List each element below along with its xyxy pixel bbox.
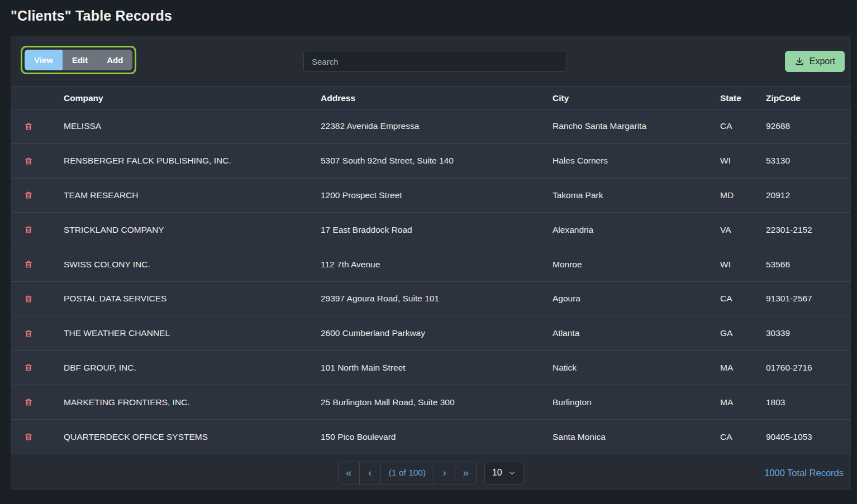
prev-page-button[interactable]: ‹ [359, 462, 381, 484]
trash-icon [24, 329, 33, 338]
cell-zipcode: 90405-1053 [766, 432, 851, 442]
mode-button-view[interactable]: View [25, 50, 63, 70]
cell-zipcode: 1803 [766, 397, 851, 407]
cell-zipcode: 22301-2152 [766, 225, 851, 235]
table-row: MARKETING FRONTIERS, INC. 25 Burlington … [11, 385, 851, 420]
table-row: QUARTERDECK OFFICE SYSTEMS 150 Pico Boul… [11, 420, 851, 454]
cell-company: MELISSA [64, 121, 321, 131]
cell-address: 22382 Avenida Empressa [321, 121, 553, 131]
mode-toggle-highlight: View Edit Add [21, 46, 136, 74]
delete-row-button[interactable] [24, 190, 33, 200]
delete-row-button[interactable] [24, 225, 33, 234]
delete-row-button[interactable] [24, 432, 33, 441]
cell-company: TEAM RESEARCH [64, 190, 321, 200]
cell-company: QUARTERDECK OFFICE SYSTEMS [64, 432, 321, 442]
delete-row-button[interactable] [24, 397, 33, 407]
current-page-indicator: (1 of 100) [380, 462, 434, 484]
cell-state: MA [720, 363, 766, 373]
table-row: DBF GROUP, INC. 101 North Main Street Na… [11, 351, 851, 386]
table-header-address: Address [321, 93, 553, 103]
mode-button-edit[interactable]: Edit [63, 50, 97, 70]
table-row: TEAM RESEARCH 1200 Prospect Street Takom… [11, 179, 851, 213]
cell-city: Rancho Santa Margarita [553, 121, 720, 131]
delete-row-button[interactable] [24, 363, 33, 372]
mode-button-add[interactable]: Add [97, 50, 132, 70]
cell-zipcode: 92688 [766, 121, 851, 131]
trash-icon [24, 156, 33, 166]
cell-state: CA [720, 121, 766, 131]
cell-city: Agoura [553, 294, 720, 304]
delete-row-button[interactable] [24, 260, 33, 269]
cell-address: 25 Burlington Mall Road, Suite 300 [321, 397, 553, 407]
cell-zipcode: 91301-2567 [766, 294, 851, 304]
table-row: STRICKLAND COMPANY 17 East Braddock Road… [11, 213, 851, 247]
cell-city: Burlington [553, 397, 720, 407]
cell-city: Natick [553, 363, 720, 373]
total-records-label: 1000 Total Records [764, 468, 844, 478]
next-page-button[interactable]: › [434, 462, 455, 484]
table-row: SWISS COLONY INC. 112 7th Avenue Monroe … [11, 247, 851, 282]
cell-zipcode: 53566 [766, 260, 851, 270]
trash-icon [24, 432, 33, 441]
cell-company: POSTAL DATA SERVICES [64, 294, 321, 304]
paginator: « ‹ (1 of 100) › » 10 [338, 462, 523, 484]
cell-state: MD [720, 190, 766, 200]
cell-company: RENSBERGER FALCK PUBLISHING, INC. [64, 156, 321, 166]
cell-state: CA [720, 294, 766, 304]
table-header-company: Company [64, 93, 321, 103]
table-body: MELISSA 22382 Avenida Empressa Rancho Sa… [11, 109, 851, 454]
trash-icon [24, 363, 33, 372]
cell-company: SWISS COLONY INC. [64, 260, 321, 270]
chevron-down-icon [508, 469, 516, 477]
trash-icon [24, 397, 33, 407]
trash-icon [24, 294, 33, 304]
cell-address: 150 Pico Boulevard [321, 432, 553, 442]
page-size-select[interactable]: 10 [484, 462, 523, 484]
download-icon [794, 56, 804, 66]
first-page-button[interactable]: « [338, 462, 360, 484]
trash-icon [24, 122, 33, 131]
table-header-zipcode: ZipCode [766, 93, 851, 103]
cell-zipcode: 53130 [766, 156, 851, 166]
cell-state: GA [720, 328, 766, 338]
search-input[interactable] [303, 51, 567, 72]
trash-icon [24, 190, 33, 200]
cell-city: Alexandria [553, 225, 720, 235]
delete-row-button[interactable] [24, 122, 33, 131]
cell-company: THE WEATHER CHANNEL [64, 328, 321, 338]
cell-city: Takoma Park [553, 190, 720, 200]
last-page-button[interactable]: » [455, 462, 477, 484]
cell-city: Hales Corners [553, 156, 720, 166]
cell-company: MARKETING FRONTIERS, INC. [64, 397, 321, 407]
cell-state: CA [720, 432, 766, 442]
trash-icon [24, 225, 33, 234]
cell-city: Monroe [553, 260, 720, 270]
cell-state: MA [720, 397, 766, 407]
trash-icon [24, 260, 33, 269]
records-panel: View Edit Add Export Company Address Cit… [11, 36, 851, 490]
mode-toggle-group: View Edit Add [25, 50, 132, 70]
export-button-label: Export [810, 56, 835, 66]
cell-company: STRICKLAND COMPANY [64, 225, 321, 235]
page-size-value: 10 [492, 468, 502, 478]
cell-address: 1200 Prospect Street [321, 190, 553, 200]
page-title: "Clients" Table Records [11, 8, 172, 24]
export-button[interactable]: Export [785, 51, 845, 72]
toolbar: View Edit Add Export [11, 36, 851, 87]
table-footer: « ‹ (1 of 100) › » 10 1000 Total Records [11, 454, 851, 490]
delete-row-button[interactable] [24, 329, 33, 338]
cell-city: Atlanta [553, 328, 720, 338]
cell-address: 17 East Braddock Road [321, 225, 553, 235]
cell-state: WI [720, 260, 766, 270]
delete-row-button[interactable] [24, 294, 33, 304]
cell-city: Santa Monica [553, 432, 720, 442]
cell-zipcode: 30339 [766, 328, 851, 338]
cell-state: WI [720, 156, 766, 166]
cell-address: 5307 South 92nd Street, Suite 140 [321, 156, 553, 166]
cell-address: 112 7th Avenue [321, 260, 553, 270]
cell-address: 29397 Agoura Road, Suite 101 [321, 294, 553, 304]
table-header-state: State [720, 93, 766, 103]
delete-row-button[interactable] [24, 156, 33, 166]
cell-state: VA [720, 225, 766, 235]
table-row: POSTAL DATA SERVICES 29397 Agoura Road, … [11, 282, 851, 316]
